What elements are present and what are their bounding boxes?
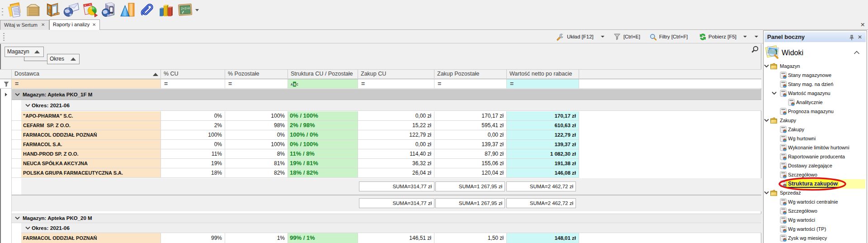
svg-text:2+2=4: 2+2=4: [181, 6, 190, 10]
svg-text:A: A: [291, 83, 293, 86]
svg-text:C: C: [297, 83, 298, 86]
svg-text:B: B: [294, 83, 296, 86]
